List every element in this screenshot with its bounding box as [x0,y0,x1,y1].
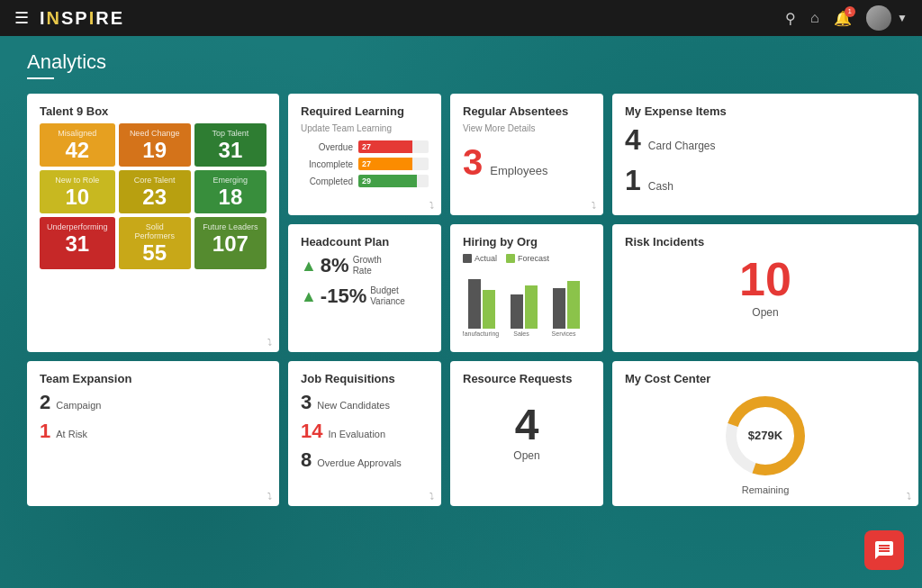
team-expansion-expand-icon[interactable]: ⤵ [267,491,272,501]
job-req-number-eval: 14 [301,420,322,443]
talent-expand-icon[interactable]: ⤵ [267,337,272,347]
bar-overdue-value: 27 [362,142,371,151]
resource-title: Resource Requests [463,372,591,385]
search-icon[interactable]: ⚲ [785,10,796,27]
headcount-growth-value: 8% [321,254,349,277]
chat-icon [873,539,895,561]
expense-row-card-charges: 4 Card Charges [625,123,906,157]
bar-overdue-label: Overdue [301,142,353,152]
team-expansion-label-campaign: Campaign [56,400,101,411]
cost-center-expand-icon[interactable]: ⤵ [907,491,911,501]
job-req-label-new: New Candidates [317,400,390,411]
team-expansion-number-risk: 1 [40,420,50,443]
expense-row-cash: 1 Cash [625,164,906,197]
expense-card: My Expense Items 4 Card Charges 1 Cash [612,94,918,215]
bar-completed-value: 29 [362,176,371,185]
talent-cell-core-talent[interactable]: Core Talent 23 [119,170,191,213]
home-icon[interactable]: ⌂ [810,10,819,26]
team-expansion-row-risk: 1 At Risk [40,420,267,443]
dashboard-grid: Talent 9 Box Misaligned 42 Need Change 1… [27,94,895,506]
expense-label-cash: Cash [648,180,673,193]
team-expansion-title: Team Expansion [40,372,267,385]
bar-completed-track: 29 [358,175,429,187]
notification-icon[interactable]: 🔔 1 [834,10,852,27]
required-learning-card: Required Learning Update Team Learning O… [288,94,441,215]
job-req-number-overdue: 8 [301,448,312,472]
legend-forecast: Forecast [506,254,549,263]
job-req-title: Job Requisitions [301,372,429,385]
label-services: Services [552,330,576,337]
bar-completed: Completed 29 [301,175,429,187]
page-title-underline [27,77,54,79]
headcount-budget-value: -15% [321,285,366,308]
resource-stat: 4 Open [463,400,591,462]
talent-value-need-change: 19 [142,138,167,162]
bar-completed-fill: 29 [358,175,417,187]
absentees-subtitle: View More Details [463,123,591,133]
headcount-title: Headcount Plan [301,235,429,249]
talent-cell-need-change[interactable]: Need Change 19 [119,123,191,167]
required-learning-title: Required Learning [301,104,429,118]
resource-requests-card: Resource Requests 4 Open [450,361,603,506]
talent-cell-future-leaders[interactable]: Future Leaders 107 [194,217,267,269]
hamburger-menu[interactable]: ☰ [14,8,29,28]
cost-center-donut-svg: $279K [720,391,810,481]
team-expansion-number-campaign: 2 [40,391,50,414]
talent-value-emerging: 18 [219,185,243,209]
talent-cell-solid-performers[interactable]: Solid Performers 55 [119,217,191,269]
main-content: Analytics Talent 9 Box Misaligned 42 Nee… [0,36,922,520]
talent-cell-misaligned[interactable]: Misaligned 42 [40,123,115,167]
job-req-row-new: 3 New Candidates [301,391,429,414]
required-learning-expand-icon[interactable]: ⤵ [429,200,434,210]
bar-incomplete-fill: 27 [358,158,412,170]
talent-cell-new-to-role[interactable]: New to Role 10 [40,170,115,213]
talent-cell-emerging[interactable]: Emerging 18 [194,170,267,213]
label-sales: Sales [513,330,529,337]
bar-overdue-fill: 27 [358,140,412,153]
cost-center-label: Remaining [742,484,790,495]
bar-sales-actual [511,294,523,329]
headcount-budget-arrow: ▲ [301,287,317,306]
expense-title: My Expense Items [625,104,906,118]
absentees-expand-icon[interactable]: ⤵ [592,200,596,210]
risk-title: Risk Incidents [625,235,906,249]
talent-9box-card: Talent 9 Box Misaligned 42 Need Change 1… [27,94,279,352]
bar-completed-label: Completed [301,176,353,186]
hiring-legend: Actual Forecast [463,254,591,263]
job-req-number-new: 3 [301,391,312,414]
bar-incomplete-value: 27 [362,159,371,168]
talent-label-emerging: Emerging [202,176,259,185]
talent-label-core-talent: Core Talent [126,176,184,185]
expense-number-cash: 1 [625,164,641,197]
bar-overdue-track: 27 [358,140,429,153]
bar-services-actual [553,288,565,329]
job-req-row-eval: 14 In Evaluation [301,420,429,443]
talent-value-core-talent: 23 [142,185,167,209]
legend-actual-dot [463,254,472,263]
talent-cell-underperforming[interactable]: Underperforming 31 [40,217,115,269]
cost-center-title: My Cost Center [625,372,906,385]
hiring-title: Hiring by Org [463,235,591,249]
bar-sales-forecast [525,285,538,329]
talent-cell-top-talent[interactable]: Top Talent 31 [194,123,267,167]
expense-label-card: Card Charges [648,140,716,152]
notification-badge: 1 [845,6,855,17]
headcount-growth-label: GrowthRate [353,255,382,276]
bar-manufacturing-forecast [483,290,495,329]
risk-number: 10 [625,256,906,303]
nav-right: ⚲ ⌂ 🔔 1 ▼ [785,5,908,31]
avatar[interactable]: ▼ [866,5,908,31]
headcount-card: Headcount Plan ▲ 8% GrowthRate ▲ -15% Bu… [288,224,441,352]
talent-value-future-leaders: 107 [212,231,249,256]
absentees-number: 3 [463,142,483,183]
job-requisitions-card: Job Requisitions 3 New Candidates 14 In … [288,361,441,506]
expense-number-card: 4 [625,123,641,157]
headcount-growth-row: ▲ 8% GrowthRate [301,254,429,277]
talent-label-solid-performers: Solid Performers [126,222,184,240]
bar-incomplete-track: 27 [358,158,429,170]
job-req-expand-icon[interactable]: ⤵ [429,491,434,501]
talent-label-underperforming: Underperforming [47,222,108,231]
talent-value-top-talent: 31 [219,138,243,162]
chat-fab[interactable] [864,530,904,570]
bar-services-forecast [567,281,580,329]
